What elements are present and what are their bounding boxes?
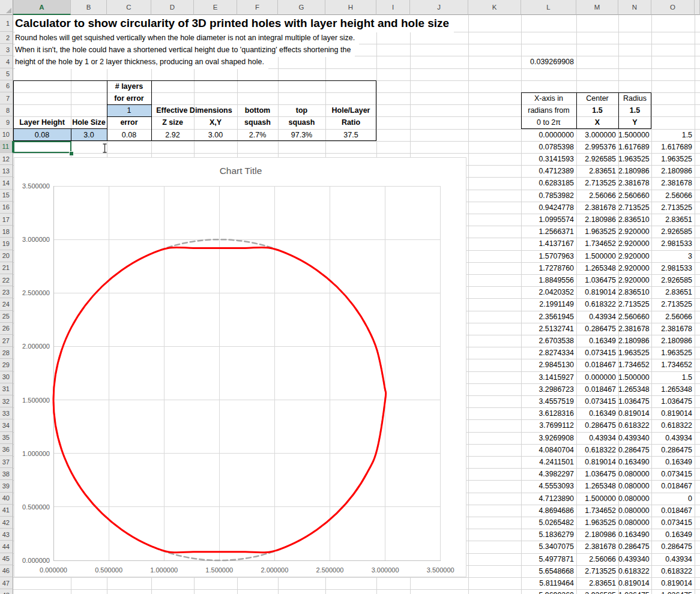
- table-cell[interactable]: 2.560660: [618, 190, 651, 202]
- table-cell[interactable]: 2.381678: [651, 177, 695, 189]
- table-cell[interactable]: 0.618322: [576, 298, 618, 310]
- table-cell[interactable]: 0.819014: [618, 577, 651, 589]
- table-cell[interactable]: 1.500000: [618, 129, 651, 141]
- table-cell[interactable]: 1.036475: [651, 395, 695, 407]
- row-header-10[interactable]: 10: [0, 129, 13, 141]
- row-header-31[interactable]: 31: [0, 383, 13, 395]
- table-cell[interactable]: 0.080000: [618, 468, 651, 480]
- row-header-11[interactable]: 11: [0, 141, 13, 153]
- table-cell[interactable]: 2.926585: [651, 274, 695, 286]
- table-cell[interactable]: 3.000000: [576, 129, 618, 141]
- table-cell[interactable]: 2.56066: [651, 190, 695, 202]
- row-header-27[interactable]: 27: [0, 335, 13, 347]
- table-cell[interactable]: 2.1991149: [521, 298, 576, 310]
- table-cell[interactable]: 2.56066: [651, 311, 695, 323]
- row-header-36[interactable]: 36: [0, 444, 13, 456]
- table-cell[interactable]: 2.83651: [651, 286, 695, 298]
- table-cell[interactable]: 0.16349: [651, 456, 695, 468]
- table-cell[interactable]: 0.43934: [576, 432, 618, 444]
- table-cell[interactable]: 2.713525: [651, 298, 695, 310]
- table-cell[interactable]: 1.500000: [576, 493, 618, 505]
- table-cell[interactable]: 0.018467: [651, 505, 695, 517]
- column-header-E[interactable]: E: [194, 0, 237, 15]
- row-header-7[interactable]: 7: [0, 92, 13, 104]
- row-header-34[interactable]: 34: [0, 419, 13, 431]
- row-header-23[interactable]: 23: [0, 286, 13, 298]
- column-header-H[interactable]: H: [325, 0, 376, 15]
- table-cell[interactable]: 0.43934: [576, 311, 618, 323]
- table-cell[interactable]: 1.734652: [576, 238, 618, 250]
- table-cell[interactable]: 1.617689: [618, 141, 651, 153]
- table-cell[interactable]: 3: [651, 250, 695, 262]
- table-cell[interactable]: 2.713525: [651, 202, 695, 214]
- table-cell[interactable]: 2.83651: [576, 165, 618, 177]
- row-header-29[interactable]: 29: [0, 359, 13, 371]
- column-header-D[interactable]: D: [151, 0, 194, 15]
- table-cell[interactable]: 2.180986: [618, 165, 651, 177]
- table-cell[interactable]: 0.439340: [618, 553, 651, 565]
- table-cell[interactable]: 2.926585: [576, 589, 618, 594]
- row-header-46[interactable]: 46: [0, 565, 13, 577]
- table-cell[interactable]: 2.981533: [651, 238, 695, 250]
- row-header-39[interactable]: 39: [0, 480, 13, 492]
- table-cell[interactable]: 4.2411501: [521, 456, 576, 468]
- table-cell[interactable]: 1.036475: [618, 395, 651, 407]
- table-cell[interactable]: 1.036475: [618, 589, 651, 594]
- table-cell[interactable]: 0.4712389: [521, 165, 576, 177]
- table-cell[interactable]: 1.963525: [651, 153, 695, 165]
- table-cell[interactable]: 2.920000: [618, 226, 651, 238]
- column-header-I[interactable]: I: [376, 0, 410, 15]
- table-cell[interactable]: 0.618322: [651, 419, 695, 431]
- table-cell[interactable]: 3.1415927: [521, 371, 576, 383]
- table-cell[interactable]: 0.080000: [618, 480, 651, 492]
- column-header-J[interactable]: J: [410, 0, 468, 15]
- table-cell[interactable]: 0.819014: [576, 456, 618, 468]
- table-cell[interactable]: 1.963525: [618, 347, 651, 359]
- column-header-G[interactable]: G: [278, 0, 325, 15]
- table-cell[interactable]: 4.7123890: [521, 493, 576, 505]
- sheet-title-cell[interactable]: Calculator to show circularity of 3D pri…: [15, 15, 454, 32]
- table-cell[interactable]: 0.073415: [576, 395, 618, 407]
- table-cell[interactable]: 2.713525: [618, 298, 651, 310]
- table-cell[interactable]: 2.83651: [576, 577, 618, 589]
- table-cell[interactable]: 1.265348: [576, 262, 618, 274]
- table-cell[interactable]: 0.819014: [576, 286, 618, 298]
- column-header-K[interactable]: K: [468, 0, 521, 15]
- table-cell[interactable]: 0.16349: [576, 335, 618, 347]
- table-cell[interactable]: 0.286475: [651, 541, 695, 553]
- table-cell[interactable]: 4.0840704: [521, 444, 576, 456]
- row-header-48[interactable]: 48: [0, 589, 13, 594]
- row-header-13[interactable]: 13: [0, 165, 13, 177]
- row-header-9[interactable]: 9: [0, 116, 13, 128]
- row-header-38[interactable]: 38: [0, 468, 13, 480]
- table-cell[interactable]: 3.7699112: [521, 419, 576, 431]
- table-cell[interactable]: 1.5: [651, 371, 695, 383]
- column-header-M[interactable]: M: [576, 0, 618, 15]
- table-cell[interactable]: 2.381678: [651, 323, 695, 335]
- row-header-17[interactable]: 17: [0, 214, 13, 226]
- table-cell[interactable]: 0.9424778: [521, 202, 576, 214]
- table-cell[interactable]: 1.8849556: [521, 274, 576, 286]
- table-cell[interactable]: 0.018467: [576, 383, 618, 395]
- note-line-2[interactable]: When it isn't, the hole could have a sho…: [15, 44, 355, 56]
- table-cell[interactable]: 0.080000: [618, 505, 651, 517]
- column-header-A[interactable]: A: [13, 0, 71, 15]
- table-cell[interactable]: 0.618322: [576, 444, 618, 456]
- table-cell[interactable]: 1.265348: [618, 383, 651, 395]
- table-cell[interactable]: 5.9690260: [521, 589, 576, 594]
- row-header-30[interactable]: 30: [0, 371, 13, 383]
- table-cell[interactable]: 0.080000: [618, 493, 651, 505]
- cell-L4-layer-angle-step[interactable]: 0.039269908: [521, 56, 576, 68]
- row-header-33[interactable]: 33: [0, 407, 13, 419]
- table-cell[interactable]: 0.7853982: [521, 190, 576, 202]
- table-cell[interactable]: 2.713525: [576, 177, 618, 189]
- table-cell[interactable]: 0.286475: [618, 444, 651, 456]
- row-header-37[interactable]: 37: [0, 456, 13, 468]
- row-header-41[interactable]: 41: [0, 505, 13, 517]
- table-cell[interactable]: 2.180986: [618, 335, 651, 347]
- row-header-20[interactable]: 20: [0, 250, 13, 262]
- table-cell[interactable]: 1.036475: [576, 274, 618, 286]
- table-cell[interactable]: 1.4137167: [521, 238, 576, 250]
- table-cell[interactable]: 5.4977871: [521, 553, 576, 565]
- table-cell[interactable]: 0.43934: [651, 432, 695, 444]
